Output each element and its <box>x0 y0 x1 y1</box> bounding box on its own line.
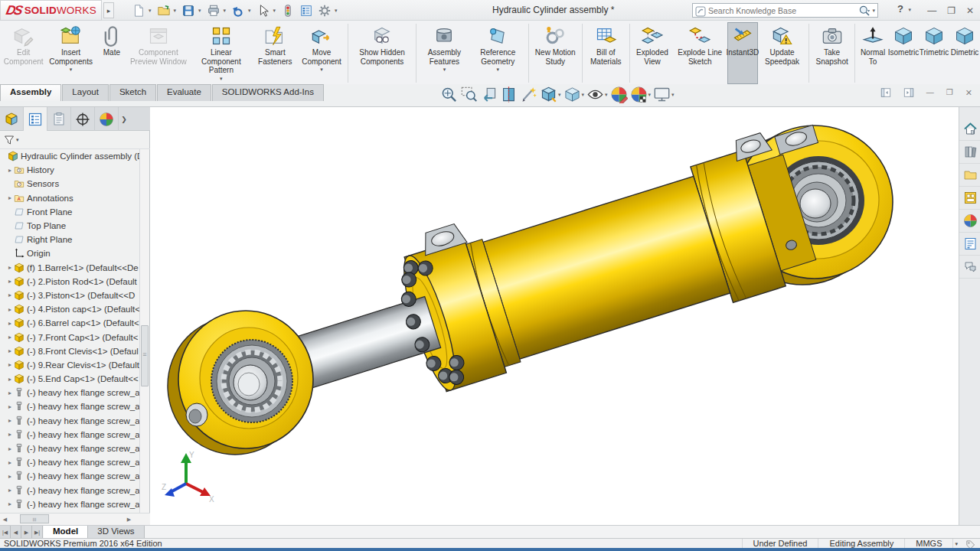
fm-tree-tab[interactable] <box>24 107 47 131</box>
scrollbar-thumb-h[interactable] <box>20 514 49 523</box>
view-settings-dropdown-icon[interactable]: ▾ <box>671 92 675 98</box>
select-cursor-dropdown-icon[interactable]: ▾ <box>273 8 276 14</box>
select-cursor-button[interactable] <box>255 2 272 19</box>
appearances-button[interactable] <box>959 210 980 233</box>
doc-minimize-button[interactable]: — <box>926 88 934 97</box>
tab-sketch[interactable]: Sketch <box>109 84 156 101</box>
tree-item-right-plane[interactable]: Right Plane <box>0 233 140 246</box>
tree-item-history[interactable]: ▸History <box>0 163 140 177</box>
tree-item-2-piston-rod-1-default[interactable]: ▸(-) 2.Piston Rod<1> (Default <box>0 275 140 289</box>
first-sheet-button[interactable]: |◀ <box>0 526 11 539</box>
tree-item-3-piston-1-default-d[interactable]: ▸(-) 3.Piston<1> (Default<<D <box>0 289 140 302</box>
hide-show-items-dropdown-icon[interactable]: ▾ <box>605 92 608 98</box>
help-dropdown-icon[interactable]: ▾ <box>908 7 911 13</box>
prev-sheet-button[interactable]: ◀ <box>11 526 21 539</box>
expander-icon[interactable]: ▸ <box>6 390 14 396</box>
instant3d-button[interactable]: Instant3D <box>727 22 758 84</box>
expander-icon[interactable]: ▸ <box>6 376 14 383</box>
search-input[interactable] <box>708 6 858 15</box>
tree-item-hydraulic-cylinder-assembly-d[interactable]: Hydraulic Cylinder assembly (D <box>0 149 140 163</box>
tree-item-heavy-hex-flange-screw-ai[interactable]: ▸(-) heavy hex flange screw_ai <box>0 428 140 442</box>
scroll-left-arrow[interactable]: ◀ <box>0 515 10 523</box>
save-dropdown-icon[interactable]: ▾ <box>198 8 201 14</box>
settings-gear-button[interactable] <box>316 2 333 19</box>
tree-item-6-barrel-cap-1-default[interactable]: ▸(-) 6.Barrel cap<1> (Default< <box>0 316 140 330</box>
save-button[interactable] <box>180 2 197 19</box>
expander-icon[interactable]: ▸ <box>6 167 14 174</box>
restore-button[interactable]: ❐ <box>947 6 956 15</box>
dropdown-icon[interactable]: ▾ <box>220 76 223 82</box>
filter-dropdown-icon[interactable]: ▾ <box>16 137 19 143</box>
menu-expand-arrow[interactable]: ▸ <box>103 2 114 18</box>
open-dropdown-icon[interactable]: ▾ <box>174 8 177 14</box>
exploded-view-button[interactable]: Exploded View <box>632 22 672 84</box>
tree-item-heavy-hex-flange-screw-ai[interactable]: ▸(-) heavy hex flange screw_ai <box>0 386 140 399</box>
tree-item-front-plane[interactable]: Front Plane <box>0 205 140 219</box>
undo-button[interactable] <box>230 2 247 19</box>
minimize-button[interactable]: — <box>927 6 936 15</box>
apply-scene-button[interactable]: ▾ <box>630 86 652 103</box>
scroll-right-arrow[interactable]: ▶ <box>124 515 134 523</box>
file-explorer-button[interactable] <box>959 164 980 187</box>
bill-of-materials-button[interactable]: Bill of Materials <box>585 22 627 84</box>
graphics-viewport[interactable]: Y X Z <box>151 107 959 525</box>
tree-item-heavy-hex-flange-screw-ai[interactable]: ▸(-) heavy hex flange screw_ai <box>0 497 140 511</box>
help-button[interactable]: ? <box>897 3 903 15</box>
expander-icon[interactable]: ▸ <box>6 278 14 285</box>
fm-assembly-tab[interactable] <box>0 107 24 131</box>
dynamic-annotation-views-button[interactable] <box>520 86 537 103</box>
expander-icon[interactable]: ▸ <box>6 445 14 452</box>
scrollbar-thumb[interactable] <box>141 325 149 386</box>
close-button[interactable]: ✕ <box>966 6 974 15</box>
tree-item-origin[interactable]: Origin <box>0 246 140 260</box>
linear-component-pattern-button[interactable]: Linear Component Pattern▾ <box>190 22 253 84</box>
fm-property-tab[interactable] <box>47 107 71 131</box>
assembly-features-button[interactable]: Assembly Features▾ <box>419 22 470 84</box>
dropdown-icon[interactable]: ▾ <box>497 67 500 73</box>
view-orientation-dropdown-icon[interactable]: ▾ <box>558 92 561 98</box>
collapse-pane-left-icon[interactable] <box>880 87 891 98</box>
insert-components-button[interactable]: Insert Components▾ <box>45 22 96 84</box>
design-library-button[interactable] <box>959 141 980 164</box>
tab-assembly[interactable]: Assembly <box>0 84 61 101</box>
tab-layout[interactable]: Layout <box>62 84 109 101</box>
update-speedpak-button[interactable]: Update Speedpak <box>758 22 806 84</box>
expander-icon[interactable]: ▸ <box>6 194 14 201</box>
move-component-button[interactable]: Move Component▾ <box>298 22 346 84</box>
zoom-to-fit-button[interactable] <box>440 86 458 103</box>
tree-horizontal-scrollbar[interactable]: ◀ ▶ <box>0 513 150 525</box>
barrel-part[interactable] <box>483 176 730 359</box>
tree-item-f-1-barrel-1-default-de[interactable]: ▸(f) 1.Barrel<1> (Default<<De <box>0 261 140 275</box>
forum-button[interactable] <box>959 256 980 279</box>
tree-item-9-rear-clevis-1-default[interactable]: ▸(-) 9.Rear Clevis<1> (Default <box>0 358 140 372</box>
new-motion-study-button[interactable]: New Motion Study <box>531 22 580 84</box>
hide-show-items-button[interactable]: ▾ <box>586 86 608 103</box>
mate-button[interactable]: Mate <box>96 22 127 84</box>
expander-icon[interactable]: ▸ <box>6 264 14 271</box>
zoom-to-area-button[interactable] <box>460 86 478 103</box>
front-clevis-part[interactable] <box>168 311 313 455</box>
explode-line-sketch-button[interactable]: Explode Line Sketch <box>673 22 727 84</box>
tree-vertical-scrollbar[interactable] <box>139 149 149 513</box>
tab-evaluate[interactable]: Evaluate <box>157 84 211 101</box>
apply-scene-dropdown-icon[interactable]: ▾ <box>648 92 652 98</box>
tree-item-annotations[interactable]: ▸AAnnotations <box>0 191 140 205</box>
take-snapshot-button[interactable]: Take Snapshot <box>812 22 852 84</box>
settings-gear-dropdown-icon[interactable]: ▾ <box>335 8 338 14</box>
isometric-button[interactable]: Isometric <box>888 22 919 84</box>
expander-icon[interactable]: ▸ <box>6 347 14 354</box>
expander-icon[interactable]: ▸ <box>6 431 14 438</box>
show-hidden-components-button[interactable]: Show Hidden Components <box>351 22 413 84</box>
sheet-tab-3d-views[interactable]: 3D Views <box>88 526 144 539</box>
expander-icon[interactable]: ▸ <box>6 361 14 368</box>
fm-display-tab[interactable] <box>95 107 119 131</box>
open-button[interactable] <box>155 2 172 19</box>
doc-close-button[interactable]: ✕ <box>965 88 972 97</box>
new-document-dropdown-icon[interactable]: ▾ <box>149 8 152 14</box>
search-icon[interactable] <box>858 5 871 17</box>
custom-properties-button[interactable] <box>959 233 980 256</box>
view-palette-button[interactable] <box>959 187 980 210</box>
undo-dropdown-icon[interactable]: ▾ <box>248 8 251 14</box>
tree-item-top-plane[interactable]: Top Plane <box>0 219 140 233</box>
expander-icon[interactable]: ▸ <box>6 334 14 341</box>
